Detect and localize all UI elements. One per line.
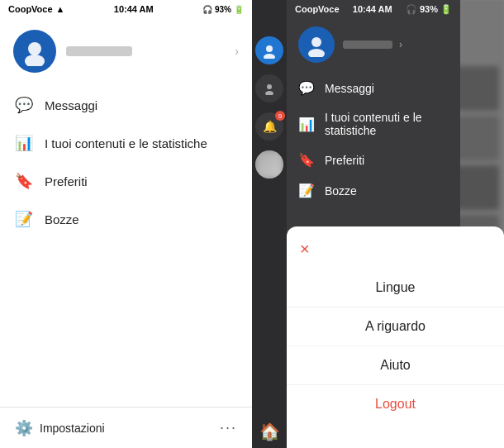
drawer-drafts-label: Bozze xyxy=(325,184,357,198)
svg-point-0 xyxy=(28,42,41,55)
menu-item-favorites-left[interactable]: 🔖 Preferiti xyxy=(0,162,252,200)
svg-point-1 xyxy=(25,55,45,66)
stats-icon-left: 📊 xyxy=(15,134,33,152)
battery-pct-left: 93% xyxy=(215,5,231,14)
left-panel: CoopVoce ▲ 10:44 AM 🎧 93% 🔋 › 💬 Me xyxy=(0,0,252,448)
user-info-left: › xyxy=(66,45,239,58)
right-panel: 🔔 9 🏠 CoopVoce 10:44 AM 🎧 93% 🔋 xyxy=(252,0,504,448)
action-help[interactable]: Aiuto xyxy=(287,346,504,385)
messages-icon-left: 💬 xyxy=(15,96,33,114)
menu-item-stats-left[interactable]: 📊 I tuoi contenuti e le statistiche xyxy=(0,124,252,162)
drawer-time: 10:44 AM xyxy=(353,4,392,14)
menu-item-messages-left[interactable]: 💬 Messaggi xyxy=(0,86,252,124)
favorites-icon-left: 🔖 xyxy=(15,172,33,190)
headphones-icon-right: 🎧 xyxy=(406,4,417,15)
svg-point-3 xyxy=(264,54,275,59)
stats-label-left: I tuoi contenuti e le statistiche xyxy=(45,136,207,150)
svg-point-4 xyxy=(267,84,272,89)
drawer-status-bar: CoopVoce 10:44 AM 🎧 93% 🔋 xyxy=(287,0,460,18)
drawer-menu-messages[interactable]: 💬 Messaggi xyxy=(287,73,460,103)
menu-item-drafts-left[interactable]: 📝 Bozze xyxy=(0,200,252,238)
drawer-user-row: › xyxy=(343,39,449,50)
drawer-messages-label: Messaggi xyxy=(325,82,374,95)
close-button[interactable]: × xyxy=(300,240,310,258)
right-nav-status xyxy=(252,0,287,18)
drawer-chevron: › xyxy=(399,39,402,50)
avatar-icon-left xyxy=(20,36,50,66)
action-sheet-close-area: × xyxy=(287,238,504,269)
drawer-profile[interactable]: › xyxy=(287,18,460,69)
more-options-left[interactable]: ··· xyxy=(220,419,237,436)
action-languages[interactable]: Lingue xyxy=(287,269,504,307)
nav-home-bottom[interactable]: 🏠 xyxy=(259,422,280,441)
drawer-avatar xyxy=(298,26,335,63)
drawer-username-blur xyxy=(343,41,392,49)
drawer-favorites-icon: 🔖 xyxy=(298,152,315,168)
wifi-icon-left: ▲ xyxy=(56,4,65,14)
drafts-label-left: Bozze xyxy=(45,212,79,226)
action-logout[interactable]: Logout xyxy=(287,385,504,423)
drawer: CoopVoce 10:44 AM 🎧 93% 🔋 › xyxy=(287,0,460,265)
drawer-menu-stats[interactable]: 📊 I tuoi contenuti e le statistiche xyxy=(287,103,460,145)
drawer-carrier: CoopVoce xyxy=(295,4,340,14)
battery-icon-right: 🔋 xyxy=(440,4,452,15)
chevron-right-left: › xyxy=(235,45,239,58)
messages-label-left: Messaggi xyxy=(45,98,97,112)
right-nav-column: 🔔 9 🏠 xyxy=(252,0,287,448)
status-bar-left-info: CoopVoce ▲ xyxy=(8,4,64,14)
home-icon: 🏠 xyxy=(259,422,280,441)
settings-label-left: Impostazioni xyxy=(40,422,105,435)
drawer-stats-icon: 📊 xyxy=(298,117,315,132)
user-name-row-left: › xyxy=(66,45,239,58)
drawer-menu-drafts[interactable]: 📝 Bozze xyxy=(287,175,460,206)
headphones-icon-left: 🎧 xyxy=(202,5,212,14)
nav-home-icon[interactable] xyxy=(255,36,283,64)
bottom-bar-left: ⚙️ Impostazioni ··· xyxy=(0,407,252,448)
drawer-battery-pct: 93% xyxy=(420,4,438,14)
drawer-favorites-label: Preferiti xyxy=(325,154,364,167)
svg-point-7 xyxy=(308,49,325,57)
drawer-drafts-icon: 📝 xyxy=(298,183,315,198)
drawer-messages-icon: 💬 xyxy=(298,80,315,96)
notification-icon: 🔔 xyxy=(263,120,277,133)
battery-icon-left: 🔋 xyxy=(234,5,244,14)
right-nav-icons: 🔔 9 xyxy=(255,36,283,185)
nav-thumb-1[interactable] xyxy=(255,150,283,179)
drawer-menu: 💬 Messaggi 📊 I tuoi contenuti e le stati… xyxy=(287,69,460,209)
drafts-icon-left: 📝 xyxy=(15,210,33,228)
action-about[interactable]: A riguardo xyxy=(287,307,504,346)
carrier-left: CoopVoce xyxy=(8,4,53,14)
svg-point-5 xyxy=(265,91,273,95)
drawer-menu-favorites[interactable]: 🔖 Preferiti xyxy=(287,145,460,175)
avatar-left xyxy=(13,30,56,73)
drawer-stats-label: I tuoi contenuti e le statistiche xyxy=(325,111,449,137)
profile-section-left[interactable]: › xyxy=(0,18,252,81)
status-bar-left: CoopVoce ▲ 10:44 AM 🎧 93% 🔋 xyxy=(0,0,252,18)
svg-point-6 xyxy=(311,37,321,47)
favorites-label-left: Preferiti xyxy=(45,174,88,188)
action-sheet: × Lingue A riguardo Aiuto Logout xyxy=(287,226,504,448)
settings-item-left[interactable]: ⚙️ Impostazioni xyxy=(15,419,105,437)
notification-badge: 9 xyxy=(275,111,285,121)
time-left: 10:44 AM xyxy=(114,4,154,14)
username-blur-left xyxy=(66,46,132,56)
svg-point-2 xyxy=(266,45,273,52)
gear-icon-left: ⚙️ xyxy=(15,419,33,437)
menu-list-left: 💬 Messaggi 📊 I tuoi contenuti e le stati… xyxy=(0,81,252,243)
drawer-battery: 🎧 93% 🔋 xyxy=(406,4,452,15)
status-bar-right-info: 🎧 93% 🔋 xyxy=(202,5,244,14)
nav-icon-2[interactable] xyxy=(255,74,283,102)
